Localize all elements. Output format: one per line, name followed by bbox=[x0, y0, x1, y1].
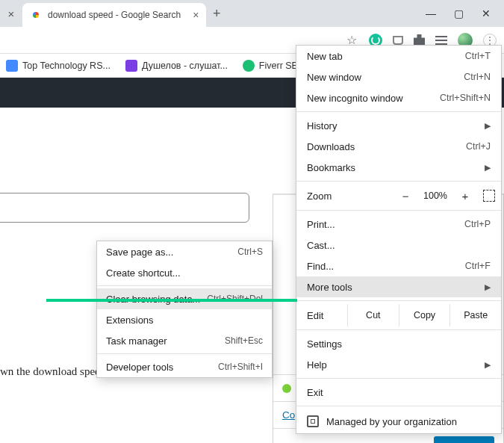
new-tab-button[interactable]: + bbox=[206, 6, 227, 22]
edit-copy[interactable]: Copy bbox=[399, 304, 450, 326]
page-filler bbox=[0, 108, 295, 193]
google-favicon-icon bbox=[30, 9, 42, 21]
page-filler bbox=[0, 224, 97, 359]
browser-tab[interactable]: download speed - Google Search × bbox=[22, 3, 206, 27]
menu-zoom: Zoom − 100% + bbox=[296, 185, 501, 207]
chevron-right-icon: ▶ bbox=[485, 163, 491, 173]
menu-exit[interactable]: Exit bbox=[296, 382, 501, 403]
extensions-puzzle-icon[interactable] bbox=[414, 34, 425, 46]
chrome-main-menu: New tabCtrl+T New windowCtrl+N New incog… bbox=[296, 45, 502, 434]
update-button[interactable]: Update bbox=[434, 436, 494, 443]
fiverr-favicon-icon bbox=[243, 60, 255, 72]
menu-managed[interactable]: Managed by your organization bbox=[296, 409, 501, 433]
zoom-out-button[interactable]: − bbox=[396, 190, 414, 202]
bookmark-item[interactable]: Top Technology RS... bbox=[6, 60, 111, 72]
menu-more-tools[interactable]: More tools▶ bbox=[296, 276, 501, 297]
chevron-right-icon: ▶ bbox=[485, 121, 491, 131]
menu-cast[interactable]: Cast... bbox=[296, 235, 501, 255]
extension-can-icon[interactable] bbox=[393, 36, 403, 45]
menu-settings[interactable]: Settings bbox=[296, 333, 501, 354]
bookmark-item[interactable]: Душелов - слушат... bbox=[125, 60, 228, 72]
bookmark-label: Душелов - слушат... bbox=[142, 61, 228, 71]
submenu-developer-tools[interactable]: Developer toolsCtrl+Shift+I bbox=[97, 356, 272, 377]
maximize-icon[interactable]: ▢ bbox=[454, 7, 464, 19]
menu-find[interactable]: Find...Ctrl+F bbox=[296, 255, 501, 276]
page-search-box[interactable] bbox=[0, 193, 249, 223]
edit-paste[interactable]: Paste bbox=[449, 304, 501, 326]
menu-edit-row: Edit Cut Copy Paste bbox=[296, 304, 501, 326]
managed-org-icon bbox=[307, 415, 319, 427]
minimize-icon[interactable]: — bbox=[426, 7, 436, 19]
chevron-right-icon: ▶ bbox=[485, 360, 491, 370]
rss-favicon-icon bbox=[6, 60, 18, 72]
chevron-right-icon: ▶ bbox=[485, 282, 491, 292]
menu-new-tab[interactable]: New tabCtrl+T bbox=[296, 46, 501, 66]
titlebar: × download speed - Google Search × + — ▢… bbox=[0, 0, 504, 27]
zoom-value: 100% bbox=[423, 190, 447, 201]
submenu-extensions[interactable]: Extensions bbox=[97, 309, 272, 330]
menu-bookmarks[interactable]: Bookmarks▶ bbox=[296, 157, 501, 178]
seo-status-icon bbox=[282, 384, 291, 393]
menu-downloads[interactable]: DownloadsCtrl+J bbox=[296, 136, 501, 157]
tab-title: download speed - Google Search bbox=[48, 10, 181, 20]
submenu-task-manager[interactable]: Task managerShift+Esc bbox=[97, 330, 272, 351]
menu-new-window[interactable]: New windowCtrl+N bbox=[296, 66, 501, 87]
site-favicon-icon bbox=[125, 60, 137, 72]
more-tools-submenu: Save page as...Ctrl+S Create shortcut...… bbox=[96, 241, 273, 378]
close-prev-tab-icon[interactable]: × bbox=[0, 7, 22, 20]
bookmark-label: Top Technology RS... bbox=[22, 61, 111, 71]
menu-history[interactable]: History▶ bbox=[296, 115, 501, 136]
submenu-create-shortcut[interactable]: Create shortcut... bbox=[97, 262, 272, 283]
menu-print[interactable]: Print...Ctrl+P bbox=[296, 214, 501, 235]
close-tab-icon[interactable]: × bbox=[193, 9, 199, 21]
edit-cut[interactable]: Cut bbox=[347, 304, 399, 326]
menu-new-incognito[interactable]: New incognito windowCtrl+Shift+N bbox=[296, 87, 501, 108]
menu-help[interactable]: Help▶ bbox=[296, 354, 501, 375]
submenu-save-page[interactable]: Save page as...Ctrl+S bbox=[97, 241, 272, 262]
fullscreen-icon[interactable] bbox=[483, 190, 495, 202]
annotation-highlight bbox=[46, 299, 297, 302]
close-window-icon[interactable]: ✕ bbox=[482, 7, 491, 19]
reading-list-icon[interactable] bbox=[435, 36, 447, 45]
zoom-in-button[interactable]: + bbox=[456, 190, 474, 202]
